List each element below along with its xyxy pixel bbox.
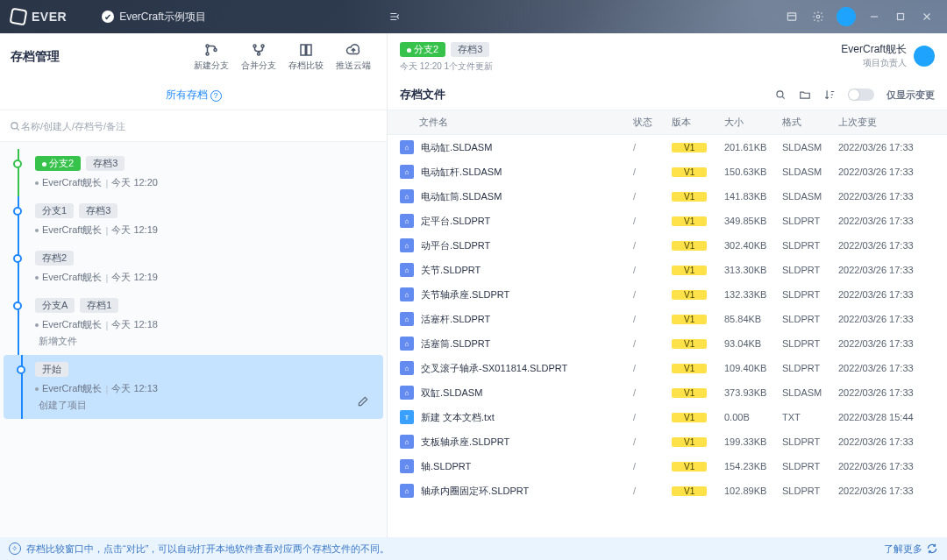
help-icon[interactable]: ? — [210, 90, 222, 102]
file-panel: 分支2存档3 今天 12:20 1个文件更新 EverCraft舰长 项目负责人… — [388, 33, 947, 537]
file-row[interactable]: ⌂关节轴承座.SLDPRT/V1132.33KBSLDPRT2022/03/26… — [388, 282, 947, 307]
footer-tip: ✧ 存档比较窗口中，点击“对比”，可以自动打开本地软件查看对应两个存档文件的不同… — [0, 537, 947, 560]
timeline-item[interactable]: 分支1存档3EverCraft舰长|今天 12:19 — [0, 196, 387, 244]
file-version: V1 — [672, 167, 724, 177]
file-format: SLDPRT — [782, 436, 838, 447]
col-size[interactable]: 大小 — [724, 116, 782, 129]
toolbar-label: 存档比较 — [288, 60, 324, 72]
only-changes-toggle[interactable] — [848, 89, 874, 101]
file-row[interactable]: ⌂电动缸杆.SLDASM/V1150.63KBSLDASM2022/03/26 … — [388, 159, 947, 184]
window-layout-icon[interactable] — [779, 4, 805, 30]
file-format: SLDPRT — [782, 289, 838, 300]
maximize-button[interactable] — [887, 4, 914, 30]
edit-icon[interactable] — [357, 395, 369, 410]
file-row[interactable]: ⌂交叉滚子轴承-SX011814.SLDPRT/V1109.40KBSLDPRT… — [388, 356, 947, 380]
file-size: 93.04KB — [724, 338, 782, 349]
timeline-item[interactable]: 分支2存档3EverCraft舰长|今天 12:20 — [0, 149, 387, 196]
merge-branch-button[interactable]: 合并分支 — [236, 42, 281, 72]
file-mtime: 2022/03/26 17:33 — [838, 486, 935, 496]
file-type-icon: ⌂ — [400, 484, 414, 498]
file-size: 85.84KB — [724, 314, 782, 324]
settings-icon[interactable] — [805, 4, 831, 30]
file-mtime: 2022/03/26 17:33 — [838, 461, 935, 471]
new-branch-button[interactable]: 新建分支 — [189, 42, 234, 72]
file-row[interactable]: ⌂支板轴承座.SLDPRT/V1199.33KBSLDPRT2022/03/26… — [388, 429, 947, 454]
col-version[interactable]: 版本 — [672, 116, 724, 129]
file-type-icon: ⌂ — [400, 238, 414, 252]
file-row[interactable]: ⌂双缸.SLDASM/V1373.93KBSLDASM2022/03/26 17… — [388, 380, 947, 405]
only-changes-label: 仅显示变更 — [886, 89, 935, 102]
file-status: / — [633, 240, 672, 251]
timeline-item[interactable]: 开始EverCraft舰长|今天 12:13创建了项目 — [4, 355, 383, 419]
file-row[interactable]: T新建 文本文档.txt/V10.00BTXT2022/03/28 15:44 — [388, 405, 947, 429]
file-mtime: 2022/03/26 17:33 — [838, 191, 935, 202]
svg-point-6 — [253, 45, 256, 47]
search-files-icon[interactable] — [774, 89, 787, 101]
folder-icon[interactable] — [799, 89, 811, 101]
file-size: 150.63KB — [724, 167, 782, 177]
file-row[interactable]: ⌂轴承内圈固定环.SLDPRT/V1102.89KBSLDPRT2022/03/… — [388, 478, 947, 503]
col-status[interactable]: 状态 — [633, 116, 672, 129]
file-type-icon: ⌂ — [400, 337, 414, 351]
compare-button[interactable]: 存档比较 — [283, 42, 329, 72]
close-button[interactable] — [914, 4, 940, 30]
file-size: 313.30KB — [724, 265, 782, 275]
user-avatar-icon[interactable] — [837, 7, 856, 26]
file-row[interactable]: ⌂活塞杆.SLDPRT/V185.84KBSLDPRT2022/03/26 17… — [388, 307, 947, 331]
tab-all-archives[interactable]: 所有存档? — [166, 88, 222, 103]
push-cloud-button[interactable]: 推送云端 — [331, 42, 376, 72]
col-format[interactable]: 格式 — [782, 116, 838, 129]
file-name: 轴.SLDPRT — [421, 460, 633, 473]
check-circle-icon: ✔ — [102, 11, 114, 23]
col-mtime[interactable]: 上次变更 — [838, 116, 935, 129]
file-format: SLDASM — [782, 142, 838, 152]
minimize-button[interactable] — [861, 4, 887, 30]
file-type-icon: ⌂ — [400, 361, 414, 375]
file-type-icon: ⌂ — [400, 214, 414, 228]
file-status: / — [633, 216, 672, 226]
file-type-icon: ⌂ — [400, 165, 414, 179]
timeline-item[interactable]: 存档2EverCraft舰长|今天 12:19 — [0, 244, 387, 291]
file-version: V1 — [672, 486, 724, 496]
file-row[interactable]: ⌂轴.SLDPRT/V1154.23KBSLDPRT2022/03/26 17:… — [388, 454, 947, 478]
archive-search-input[interactable] — [21, 121, 378, 131]
timeline-item[interactable]: 分支A存档1EverCraft舰长|今天 12:18新增文件 — [0, 291, 387, 355]
file-version: V1 — [672, 142, 724, 152]
file-row[interactable]: ⌂活塞筒.SLDPRT/V193.04KBSLDPRT2022/03/26 17… — [388, 331, 947, 356]
file-row[interactable]: ⌂关节.SLDPRT/V1313.30KBSLDPRT2022/03/26 17… — [388, 258, 947, 282]
file-type-icon: ⌂ — [400, 263, 414, 277]
owner-role: 项目负责人 — [841, 57, 907, 69]
file-status: / — [633, 387, 672, 398]
project-name: EverCraft示例项目 — [119, 10, 206, 25]
file-name: 新建 文本文档.txt — [421, 411, 633, 424]
file-version: V1 — [672, 265, 724, 275]
branch-chip: 分支A — [35, 298, 75, 313]
file-status: / — [633, 436, 672, 447]
file-size: 141.83KB — [724, 191, 782, 202]
menu-collapse-icon[interactable] — [381, 4, 408, 30]
branch-chip: 存档3 — [86, 156, 125, 171]
file-row[interactable]: ⌂动平台.SLDPRT/V1302.40KBSLDPRT2022/03/26 1… — [388, 233, 947, 258]
file-status: / — [633, 363, 672, 373]
file-row[interactable]: ⌂电动缸筒.SLDASM/V1141.83KBSLDASM2022/03/26 … — [388, 184, 947, 209]
svg-point-11 — [11, 122, 18, 128]
file-size: 132.33KB — [724, 289, 782, 300]
project-chip[interactable]: ✔ EverCraft示例项目 — [102, 10, 206, 25]
file-status: / — [633, 167, 672, 177]
app-logo: EVER — [11, 9, 67, 25]
file-row[interactable]: ⌂电动缸.SLDASM/V1201.61KBSLDASM2022/03/26 1… — [388, 135, 947, 159]
file-type-icon: T — [400, 410, 414, 424]
svg-point-4 — [206, 53, 209, 55]
file-format: SLDPRT — [782, 486, 838, 496]
learn-more-link[interactable]: 了解更多 — [884, 542, 938, 556]
file-mtime: 2022/03/26 17:33 — [838, 216, 935, 226]
col-name[interactable]: 文件名 — [400, 116, 633, 129]
sort-icon[interactable] — [823, 89, 836, 101]
file-format: TXT — [782, 412, 838, 422]
file-table-header: 文件名 状态 版本 大小 格式 上次变更 — [388, 110, 947, 135]
file-size: 373.93KB — [724, 387, 782, 398]
file-row[interactable]: ⌂定平台.SLDPRT/V1349.85KBSLDPRT2022/03/26 1… — [388, 209, 947, 233]
file-status: / — [633, 338, 672, 349]
owner-avatar-icon[interactable] — [914, 46, 935, 67]
file-version: V1 — [672, 412, 724, 422]
